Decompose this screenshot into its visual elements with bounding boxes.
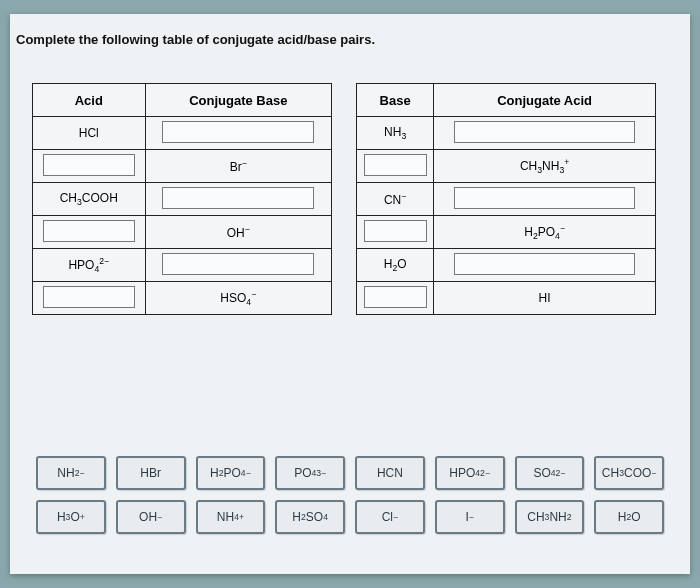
acid-cell-5 bbox=[33, 282, 146, 315]
answer-chip[interactable]: HCN bbox=[355, 456, 425, 490]
table-row: HI bbox=[357, 282, 656, 315]
answer-chip[interactable]: OH− bbox=[116, 500, 186, 534]
base-cell-2: CN− bbox=[357, 183, 434, 216]
base-cell-1-dropzone[interactable] bbox=[364, 154, 427, 176]
base-cell-0: NH3 bbox=[357, 117, 434, 150]
base-cell-5-dropzone[interactable] bbox=[364, 286, 427, 308]
table-row: HCl bbox=[33, 117, 332, 150]
table-row: H2O bbox=[357, 249, 656, 282]
answer-chip[interactable]: H2PO4− bbox=[196, 456, 266, 490]
acid-cell-3-dropzone[interactable] bbox=[43, 220, 135, 242]
answer-chip[interactable]: H3O+ bbox=[36, 500, 106, 534]
answer-chip[interactable]: I− bbox=[435, 500, 505, 534]
acid-cell-1 bbox=[33, 150, 146, 183]
conjugate-base-cell-3: OH− bbox=[145, 216, 331, 249]
answer-chip[interactable]: HPO42− bbox=[435, 456, 505, 490]
conjugate-acid-cell-4-dropzone[interactable] bbox=[454, 253, 635, 275]
table-row: OH− bbox=[33, 216, 332, 249]
conjugate-base-cell-2 bbox=[145, 183, 331, 216]
table-row: HPO42− bbox=[33, 249, 332, 282]
conjugate-acid-cell-3: H2PO4− bbox=[434, 216, 656, 249]
col-header-base: Base bbox=[357, 84, 434, 117]
col-header-conjugate-base: Conjugate Base bbox=[145, 84, 331, 117]
acid-cell-0: HCl bbox=[33, 117, 146, 150]
conjugate-base-cell-5: HSO4− bbox=[145, 282, 331, 315]
answer-chip[interactable]: HBr bbox=[116, 456, 186, 490]
table-row: CH3COOH bbox=[33, 183, 332, 216]
col-header-acid: Acid bbox=[33, 84, 146, 117]
answer-bank-row: NH2−HBrH2PO4−PO43−HCNHPO42−SO42−CH3COO− bbox=[36, 456, 664, 490]
acid-cell-2: CH3COOH bbox=[33, 183, 146, 216]
conjugate-acid-cell-2-dropzone[interactable] bbox=[454, 187, 635, 209]
acid-conjugate-base-table: Acid Conjugate Base HClBr−CH3COOHOH−HPO4… bbox=[32, 83, 332, 315]
base-cell-5 bbox=[357, 282, 434, 315]
table-row: NH3 bbox=[357, 117, 656, 150]
answer-chip[interactable]: H2O bbox=[594, 500, 664, 534]
conjugate-base-cell-2-dropzone[interactable] bbox=[162, 187, 314, 209]
conjugate-acid-cell-4 bbox=[434, 249, 656, 282]
conjugate-base-cell-0-dropzone[interactable] bbox=[162, 121, 314, 143]
answer-chip[interactable]: H2SO4 bbox=[275, 500, 345, 534]
conjugate-acid-cell-5: HI bbox=[434, 282, 656, 315]
base-cell-3 bbox=[357, 216, 434, 249]
answer-chip[interactable]: NH2− bbox=[36, 456, 106, 490]
base-cell-3-dropzone[interactable] bbox=[364, 220, 427, 242]
table-row: HSO4− bbox=[33, 282, 332, 315]
conjugate-acid-cell-0 bbox=[434, 117, 656, 150]
table-row: CH3NH3+ bbox=[357, 150, 656, 183]
answer-bank-row: H3O+OH−NH4+H2SO4Cl−I−CH3NH2H2O bbox=[36, 500, 664, 534]
base-table-body: NH3CH3NH3+CN−H2PO4−H2OHI bbox=[357, 117, 656, 315]
acid-cell-5-dropzone[interactable] bbox=[43, 286, 135, 308]
conjugate-base-cell-1: Br− bbox=[145, 150, 331, 183]
acid-table-body: HClBr−CH3COOHOH−HPO42−HSO4− bbox=[33, 117, 332, 315]
conjugate-acid-cell-2 bbox=[434, 183, 656, 216]
conjugate-base-cell-4-dropzone[interactable] bbox=[162, 253, 314, 275]
answer-chip[interactable]: NH4+ bbox=[196, 500, 266, 534]
answer-chip[interactable]: SO42− bbox=[515, 456, 585, 490]
conjugate-acid-cell-0-dropzone[interactable] bbox=[454, 121, 635, 143]
base-conjugate-acid-table: Base Conjugate Acid NH3CH3NH3+CN−H2PO4−H… bbox=[356, 83, 656, 315]
answer-bank: NH2−HBrH2PO4−PO43−HCNHPO42−SO42−CH3COO−H… bbox=[36, 456, 664, 534]
conjugate-acid-cell-1: CH3NH3+ bbox=[434, 150, 656, 183]
answer-chip[interactable]: CH3NH2 bbox=[515, 500, 585, 534]
acid-cell-4: HPO42− bbox=[33, 249, 146, 282]
acid-cell-3 bbox=[33, 216, 146, 249]
question-prompt: Complete the following table of conjugat… bbox=[10, 14, 690, 53]
acid-cell-1-dropzone[interactable] bbox=[43, 154, 135, 176]
table-row: Br− bbox=[33, 150, 332, 183]
table-row: H2PO4− bbox=[357, 216, 656, 249]
base-cell-4: H2O bbox=[357, 249, 434, 282]
table-row: CN− bbox=[357, 183, 656, 216]
conjugate-base-cell-0 bbox=[145, 117, 331, 150]
conjugate-base-cell-4 bbox=[145, 249, 331, 282]
answer-chip[interactable]: Cl− bbox=[355, 500, 425, 534]
col-header-conjugate-acid: Conjugate Acid bbox=[434, 84, 656, 117]
answer-chip[interactable]: PO43− bbox=[275, 456, 345, 490]
base-cell-1 bbox=[357, 150, 434, 183]
answer-chip[interactable]: CH3COO− bbox=[594, 456, 664, 490]
